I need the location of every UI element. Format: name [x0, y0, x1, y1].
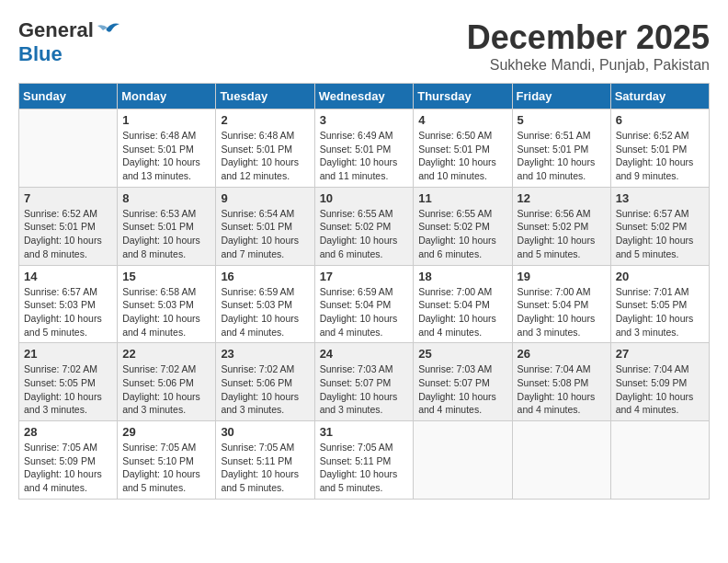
- weekday-header-friday: Friday: [512, 84, 610, 109]
- day-number: 22: [122, 347, 210, 361]
- day-number: 31: [320, 425, 409, 439]
- calendar-cell: 11Sunrise: 6:55 AMSunset: 5:02 PMDayligh…: [414, 187, 512, 265]
- weekday-header-wednesday: Wednesday: [314, 84, 414, 109]
- calendar-week-row: 14Sunrise: 6:57 AMSunset: 5:03 PMDayligh…: [19, 265, 710, 343]
- calendar-week-row: 7Sunrise: 6:52 AMSunset: 5:01 PMDaylight…: [19, 187, 710, 265]
- calendar-cell: 8Sunrise: 6:53 AMSunset: 5:01 PMDaylight…: [118, 187, 216, 265]
- day-number: 18: [418, 270, 506, 283]
- calendar-cell: [512, 421, 610, 500]
- day-info: Sunrise: 6:55 AMSunset: 5:02 PMDaylight:…: [418, 207, 506, 261]
- day-info: Sunrise: 6:49 AMSunset: 5:01 PMDaylight:…: [320, 129, 409, 183]
- calendar-cell: 31Sunrise: 7:05 AMSunset: 5:11 PMDayligh…: [314, 421, 414, 500]
- day-number: 30: [221, 425, 309, 439]
- calendar-cell: 28Sunrise: 7:05 AMSunset: 5:09 PMDayligh…: [19, 421, 118, 500]
- logo-blue: Blue: [18, 42, 63, 66]
- day-number: 20: [616, 270, 704, 283]
- day-info: Sunrise: 7:03 AMSunset: 5:07 PMDaylight:…: [418, 362, 506, 417]
- day-number: 17: [320, 270, 409, 283]
- calendar-cell: 17Sunrise: 6:59 AMSunset: 5:04 PMDayligh…: [314, 265, 414, 343]
- day-number: 19: [518, 270, 606, 283]
- day-number: 14: [24, 270, 112, 283]
- day-number: 13: [616, 191, 704, 205]
- day-info: Sunrise: 7:04 AMSunset: 5:09 PMDaylight:…: [616, 362, 704, 417]
- logo-general: General: [18, 18, 94, 42]
- calendar-week-row: 28Sunrise: 7:05 AMSunset: 5:09 PMDayligh…: [19, 421, 710, 500]
- day-info: Sunrise: 6:53 AMSunset: 5:01 PMDaylight:…: [122, 207, 210, 261]
- day-number: 4: [418, 113, 506, 127]
- day-number: 6: [616, 113, 704, 127]
- calendar-table: SundayMondayTuesdayWednesdayThursdayFrid…: [18, 83, 710, 500]
- day-info: Sunrise: 6:58 AMSunset: 5:03 PMDaylight:…: [122, 285, 210, 339]
- day-info: Sunrise: 7:05 AMSunset: 5:09 PMDaylight:…: [24, 441, 112, 495]
- calendar-cell: 7Sunrise: 6:52 AMSunset: 5:01 PMDaylight…: [19, 187, 118, 265]
- calendar-cell: 30Sunrise: 7:05 AMSunset: 5:11 PMDayligh…: [216, 421, 314, 500]
- month-title: December 2025: [467, 18, 710, 57]
- calendar-cell: 2Sunrise: 6:48 AMSunset: 5:01 PMDaylight…: [216, 109, 314, 188]
- calendar-cell: [19, 109, 118, 188]
- calendar-cell: 29Sunrise: 7:05 AMSunset: 5:10 PMDayligh…: [118, 421, 216, 500]
- calendar-week-row: 21Sunrise: 7:02 AMSunset: 5:05 PMDayligh…: [19, 343, 710, 421]
- calendar-cell: 16Sunrise: 6:59 AMSunset: 5:03 PMDayligh…: [216, 265, 314, 343]
- day-number: 28: [24, 425, 112, 439]
- day-info: Sunrise: 6:59 AMSunset: 5:03 PMDaylight:…: [221, 285, 309, 339]
- calendar-cell: 10Sunrise: 6:55 AMSunset: 5:02 PMDayligh…: [314, 187, 414, 265]
- day-number: 21: [24, 347, 112, 361]
- calendar-cell: 23Sunrise: 7:02 AMSunset: 5:06 PMDayligh…: [216, 343, 314, 421]
- day-info: Sunrise: 6:59 AMSunset: 5:04 PMDaylight:…: [320, 285, 409, 339]
- day-info: Sunrise: 7:00 AMSunset: 5:04 PMDaylight:…: [418, 285, 506, 339]
- calendar-cell: [610, 421, 709, 500]
- day-number: 2: [221, 113, 309, 127]
- day-info: Sunrise: 6:55 AMSunset: 5:02 PMDaylight:…: [320, 207, 409, 261]
- day-info: Sunrise: 7:05 AMSunset: 5:10 PMDaylight:…: [122, 441, 210, 495]
- day-info: Sunrise: 7:02 AMSunset: 5:06 PMDaylight:…: [221, 362, 309, 417]
- calendar-cell: 1Sunrise: 6:48 AMSunset: 5:01 PMDaylight…: [118, 109, 216, 188]
- day-info: Sunrise: 7:02 AMSunset: 5:06 PMDaylight:…: [122, 362, 210, 417]
- day-number: 7: [24, 191, 112, 205]
- day-number: 9: [221, 191, 309, 205]
- day-number: 29: [122, 425, 210, 439]
- calendar-cell: 18Sunrise: 7:00 AMSunset: 5:04 PMDayligh…: [414, 265, 512, 343]
- calendar-cell: 13Sunrise: 6:57 AMSunset: 5:02 PMDayligh…: [610, 187, 709, 265]
- calendar-cell: 26Sunrise: 7:04 AMSunset: 5:08 PMDayligh…: [512, 343, 610, 421]
- day-info: Sunrise: 6:57 AMSunset: 5:03 PMDaylight:…: [24, 285, 112, 339]
- logo-bird-icon: [94, 20, 121, 40]
- calendar-cell: 12Sunrise: 6:56 AMSunset: 5:02 PMDayligh…: [512, 187, 610, 265]
- calendar-header: SundayMondayTuesdayWednesdayThursdayFrid…: [19, 84, 710, 109]
- day-number: 26: [518, 347, 606, 361]
- title-section: December 2025 Sukheke Mandi, Punjab, Pak…: [467, 18, 710, 74]
- day-info: Sunrise: 6:57 AMSunset: 5:02 PMDaylight:…: [616, 207, 704, 261]
- day-number: 16: [221, 270, 309, 283]
- calendar-cell: 14Sunrise: 6:57 AMSunset: 5:03 PMDayligh…: [19, 265, 118, 343]
- day-number: 12: [518, 191, 606, 205]
- day-info: Sunrise: 7:00 AMSunset: 5:04 PMDaylight:…: [518, 285, 606, 339]
- weekday-header-tuesday: Tuesday: [216, 84, 314, 109]
- weekday-header-monday: Monday: [118, 84, 216, 109]
- calendar-cell: 27Sunrise: 7:04 AMSunset: 5:09 PMDayligh…: [610, 343, 709, 421]
- day-info: Sunrise: 6:51 AMSunset: 5:01 PMDaylight:…: [518, 129, 606, 183]
- calendar-cell: 15Sunrise: 6:58 AMSunset: 5:03 PMDayligh…: [118, 265, 216, 343]
- day-info: Sunrise: 6:48 AMSunset: 5:01 PMDaylight:…: [122, 129, 210, 183]
- calendar-cell: 20Sunrise: 7:01 AMSunset: 5:05 PMDayligh…: [610, 265, 709, 343]
- day-info: Sunrise: 6:50 AMSunset: 5:01 PMDaylight:…: [418, 129, 506, 183]
- day-info: Sunrise: 7:05 AMSunset: 5:11 PMDaylight:…: [320, 441, 409, 495]
- calendar-cell: 25Sunrise: 7:03 AMSunset: 5:07 PMDayligh…: [414, 343, 512, 421]
- calendar-week-row: 1Sunrise: 6:48 AMSunset: 5:01 PMDaylight…: [19, 109, 710, 188]
- calendar-cell: 6Sunrise: 6:52 AMSunset: 5:01 PMDaylight…: [610, 109, 709, 188]
- calendar-cell: 24Sunrise: 7:03 AMSunset: 5:07 PMDayligh…: [314, 343, 414, 421]
- day-info: Sunrise: 6:52 AMSunset: 5:01 PMDaylight:…: [24, 207, 112, 261]
- day-info: Sunrise: 6:54 AMSunset: 5:01 PMDaylight:…: [221, 207, 309, 261]
- weekday-header-thursday: Thursday: [414, 84, 512, 109]
- day-info: Sunrise: 6:48 AMSunset: 5:01 PMDaylight:…: [221, 129, 309, 183]
- calendar-cell: 21Sunrise: 7:02 AMSunset: 5:05 PMDayligh…: [19, 343, 118, 421]
- weekday-header-sunday: Sunday: [19, 84, 118, 109]
- location-subtitle: Sukheke Mandi, Punjab, Pakistan: [467, 57, 710, 74]
- day-number: 25: [418, 347, 506, 361]
- logo: General Blue: [18, 18, 121, 66]
- day-number: 10: [320, 191, 409, 205]
- calendar-cell: 3Sunrise: 6:49 AMSunset: 5:01 PMDaylight…: [314, 109, 414, 188]
- calendar-cell: 22Sunrise: 7:02 AMSunset: 5:06 PMDayligh…: [118, 343, 216, 421]
- day-info: Sunrise: 6:52 AMSunset: 5:01 PMDaylight:…: [616, 129, 704, 183]
- day-info: Sunrise: 7:03 AMSunset: 5:07 PMDaylight:…: [320, 362, 409, 417]
- day-info: Sunrise: 7:04 AMSunset: 5:08 PMDaylight:…: [518, 362, 606, 417]
- calendar-cell: 4Sunrise: 6:50 AMSunset: 5:01 PMDaylight…: [414, 109, 512, 188]
